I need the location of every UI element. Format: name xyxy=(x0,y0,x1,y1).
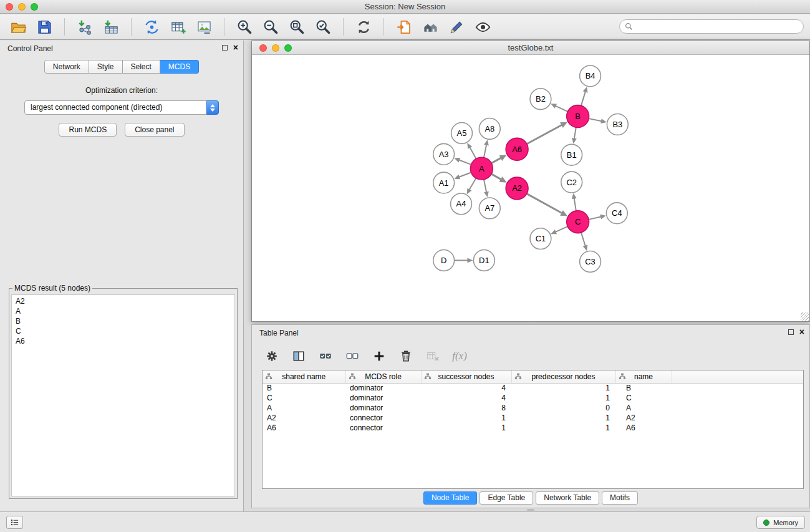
graph-edge-A-A8[interactable] xyxy=(484,140,489,158)
float-panel-icon[interactable] xyxy=(222,45,228,51)
duplicate-network-button[interactable] xyxy=(138,16,165,38)
tab-network-table[interactable]: Network Table xyxy=(536,491,599,505)
network-graph[interactable]: B4B2BB3A5A8A6B1A3AA1A2C2A4A7C4CC1C3DD1 xyxy=(253,56,809,321)
close-window-button[interactable] xyxy=(6,3,13,11)
close-table-panel-icon[interactable]: × xyxy=(799,328,804,336)
table-cell[interactable]: A6 xyxy=(263,423,345,433)
column-header[interactable]: MCDS role xyxy=(345,370,421,383)
graph-node-A6[interactable]: A6 xyxy=(506,138,528,160)
graph-node-B2[interactable]: B2 xyxy=(530,89,551,110)
mcds-result-list[interactable]: A2ABCA6 xyxy=(11,294,235,496)
graph-node-A2[interactable]: A2 xyxy=(506,177,528,200)
network-canvas[interactable]: B4B2BB3A5A8A6B1A3AA1A2C2A4A7C4CC1C3DD1 xyxy=(253,56,809,321)
table-cell[interactable]: C xyxy=(615,393,672,403)
table-cell[interactable]: 1 xyxy=(421,413,511,423)
close-panel-icon[interactable]: × xyxy=(233,44,238,51)
zoom-fit-button[interactable] xyxy=(284,16,310,38)
table-cell[interactable]: dominator xyxy=(345,383,421,393)
graph-edge-A-A1[interactable] xyxy=(454,172,471,179)
table-cell[interactable]: 1 xyxy=(511,413,615,423)
table-cell[interactable]: 1 xyxy=(511,383,615,393)
float-table-panel-icon[interactable] xyxy=(788,329,794,335)
graph-edge-A-A3[interactable] xyxy=(454,158,471,165)
network-minimize-button[interactable] xyxy=(272,44,279,52)
table-cell[interactable]: 8 xyxy=(421,403,511,413)
graph-node-D[interactable]: D xyxy=(433,250,455,271)
column-header[interactable]: successor nodes xyxy=(421,370,511,383)
table-row[interactable]: Adominator80A xyxy=(263,403,803,413)
tab-network[interactable]: Network xyxy=(44,60,89,74)
table-row[interactable]: Cdominator41C xyxy=(263,393,803,403)
zoom-out-button[interactable] xyxy=(258,16,284,38)
graph-node-C1[interactable]: C1 xyxy=(530,228,551,249)
minimize-window-button[interactable] xyxy=(18,3,26,11)
table-cell[interactable]: B xyxy=(263,383,345,393)
criterion-select[interactable]: largest connected component (directed) xyxy=(24,100,219,115)
table-cell[interactable]: A2 xyxy=(615,413,672,423)
graph-node-C2[interactable]: C2 xyxy=(561,172,582,193)
graph-edge-C-C4[interactable] xyxy=(589,215,606,220)
tab-node-table[interactable]: Node Table xyxy=(423,491,478,505)
graph-node-B4[interactable]: B4 xyxy=(580,65,601,87)
table-cell[interactable]: C xyxy=(263,393,345,403)
table-cell[interactable]: A2 xyxy=(263,413,345,423)
network-close-button[interactable] xyxy=(259,44,267,52)
graph-edge-A2-C[interactable] xyxy=(527,194,567,216)
graph-edge-A-A4[interactable] xyxy=(467,178,476,195)
table-cell[interactable]: 4 xyxy=(421,383,511,393)
columns-button[interactable] xyxy=(290,347,307,365)
table-cell[interactable]: A xyxy=(615,403,672,413)
run-mcds-button[interactable]: Run MCDS xyxy=(59,123,117,137)
eye-button[interactable] xyxy=(470,16,496,38)
export-image-button[interactable] xyxy=(191,16,217,38)
graph-edge-C-C3[interactable] xyxy=(581,233,587,251)
graph-node-B3[interactable]: B3 xyxy=(607,114,628,135)
graph-node-C[interactable]: C xyxy=(567,211,589,233)
table-cell[interactable]: dominator xyxy=(345,393,421,403)
open-document-button[interactable] xyxy=(391,16,417,38)
refresh-button[interactable] xyxy=(350,16,377,38)
graph-edge-A-A7[interactable] xyxy=(484,180,489,198)
graph-node-C3[interactable]: C3 xyxy=(580,251,601,273)
table-cell[interactable]: 4 xyxy=(421,393,511,403)
table-cell[interactable]: 0 xyxy=(511,403,615,413)
graph-node-A1[interactable]: A1 xyxy=(433,172,455,193)
search-box[interactable] xyxy=(619,19,804,34)
table-cell[interactable]: A xyxy=(263,403,345,413)
zoom-selected-button[interactable] xyxy=(310,16,336,38)
graph-node-C4[interactable]: C4 xyxy=(606,203,627,224)
graph-node-A5[interactable]: A5 xyxy=(451,122,473,143)
graph-edge-B-B2[interactable] xyxy=(551,104,567,112)
table-row[interactable]: A2connector11A2 xyxy=(263,413,803,423)
graph-node-A8[interactable]: A8 xyxy=(479,118,500,140)
table-row[interactable]: A6connector11A6 xyxy=(263,423,803,433)
search-input[interactable] xyxy=(636,22,798,31)
table-cell[interactable]: dominator xyxy=(345,403,421,413)
table-cell[interactable]: 1 xyxy=(511,423,615,433)
graph-node-A4[interactable]: A4 xyxy=(451,193,472,215)
task-history-button[interactable] xyxy=(6,516,23,529)
graph-edge-C-C1[interactable] xyxy=(551,226,567,234)
tab-style[interactable]: Style xyxy=(89,60,123,74)
import-table-button[interactable] xyxy=(98,16,124,38)
zoom-in-button[interactable] xyxy=(231,16,258,38)
table-cell[interactable]: B xyxy=(615,383,672,393)
save-session-button[interactable] xyxy=(31,16,57,38)
import-network-button[interactable] xyxy=(72,16,98,38)
column-header[interactable]: shared name xyxy=(263,370,345,383)
annotations-button[interactable] xyxy=(443,16,470,38)
close-panel-button[interactable]: Close panel xyxy=(125,123,184,137)
graph-node-B1[interactable]: B1 xyxy=(561,144,582,165)
graph-edge-B-B1[interactable] xyxy=(572,127,577,143)
zoom-window-button[interactable] xyxy=(31,3,38,11)
memory-button[interactable]: Memory xyxy=(756,516,805,529)
graph-edge-C-C2[interactable] xyxy=(572,193,577,211)
graph-edge-A-A5[interactable] xyxy=(467,143,476,158)
add-column-button[interactable] xyxy=(370,347,388,365)
graph-node-A[interactable]: A xyxy=(470,157,493,180)
table-cell[interactable]: A6 xyxy=(615,423,672,433)
new-table-button[interactable] xyxy=(165,16,191,38)
table-cell[interactable]: connector xyxy=(345,423,421,433)
tab-select[interactable]: Select xyxy=(123,60,160,74)
table-cell[interactable]: 1 xyxy=(421,423,511,433)
